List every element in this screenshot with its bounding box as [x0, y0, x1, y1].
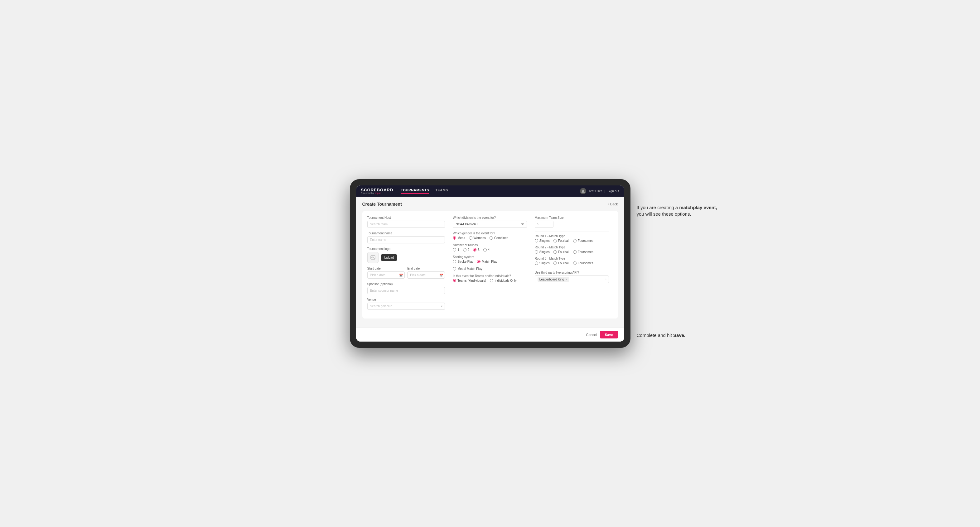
nav-teams[interactable]: TEAMS [435, 188, 448, 194]
api-label: Use third-party live scoring API? [535, 271, 609, 274]
tournament-host-label: Tournament Host [367, 216, 445, 219]
page-title: Create Tournament [362, 202, 402, 206]
round1-fourball[interactable]: Fourball [554, 239, 570, 243]
scoring-medal[interactable]: Medal Match Play [453, 267, 482, 270]
division-select[interactable]: NCAA Division I [453, 221, 527, 228]
user-name: Test User [589, 189, 602, 193]
start-date-input[interactable] [367, 271, 405, 279]
scoring-stroke[interactable]: Stroke Play [453, 260, 473, 264]
max-team-size-input[interactable] [535, 221, 554, 228]
round2-section: Round 2 - Match Type Singles Fourball [535, 246, 609, 254]
rounds-4[interactable]: 4 [483, 248, 490, 251]
divider-2 [535, 268, 609, 268]
brand-logo: SCOREBOARD Powered by clippit [361, 188, 393, 194]
signout-link[interactable]: Sign out [608, 189, 619, 193]
max-team-size-group: Maximum Team Size [535, 216, 609, 228]
logo-placeholder [367, 252, 379, 263]
round3-singles[interactable]: Singles [535, 262, 550, 265]
tournament-name-input[interactable] [367, 236, 445, 243]
round2-singles[interactable]: Singles [535, 250, 550, 254]
round1-singles[interactable]: Singles [535, 239, 550, 243]
sponsor-group: Sponsor (optional) [367, 283, 445, 294]
round3-foursomes[interactable]: Foursomes [573, 262, 593, 265]
start-date-group: Start date 📅 [367, 267, 405, 279]
user-avatar [580, 188, 586, 194]
scoring-group: Scoring system Stroke Play Match Play [453, 255, 527, 270]
svg-rect-1 [371, 256, 375, 259]
cancel-button[interactable]: Cancel [586, 333, 597, 337]
gender-group: Which gender is the event for? Mens Wome… [453, 232, 527, 240]
tablet-frame: SCOREBOARD Powered by clippit TOURNAMENT… [350, 179, 630, 348]
brand-sub: Powered by clippit [361, 192, 393, 194]
upload-button[interactable]: Upload [381, 254, 397, 261]
brand-title: SCOREBOARD [361, 188, 393, 192]
end-date-label: End date [407, 267, 445, 270]
round3-fourball[interactable]: Fourball [554, 262, 570, 265]
api-group: Use third-party live scoring API? Leader… [535, 271, 609, 283]
max-team-size-label: Maximum Team Size [535, 216, 609, 219]
form-col-left: Tournament Host Tournament name Tourname… [367, 216, 449, 314]
sponsor-input[interactable] [367, 287, 445, 294]
scoring-radio-group: Stroke Play Match Play Medal Match Play [453, 260, 527, 270]
rounds-radio-group: 1 2 3 [453, 248, 527, 251]
rounds-1[interactable]: 1 [453, 248, 459, 251]
venue-label: Venue [367, 298, 445, 302]
round2-radio-group: Singles Fourball Foursomes [535, 250, 609, 254]
rounds-3[interactable]: 3 [473, 248, 480, 251]
back-button[interactable]: ‹ Back [608, 202, 618, 206]
api-chevron-icon: › [605, 278, 606, 281]
end-date-wrap: 📅 [407, 271, 445, 279]
nav-right: Test User | Sign out [580, 188, 619, 194]
nav-tournaments[interactable]: TOURNAMENTS [401, 188, 429, 194]
start-date-label: Start date [367, 267, 405, 270]
gender-combined[interactable]: Combined [490, 236, 509, 240]
tournament-name-group: Tournament name [367, 232, 445, 243]
nav-links: TOURNAMENTS TEAMS [401, 188, 448, 194]
rounds-label: Number of rounds [453, 243, 527, 247]
save-button[interactable]: Save [600, 331, 618, 338]
rounds-group: Number of rounds 1 2 [453, 243, 527, 251]
logo-upload-area: Upload [367, 252, 445, 263]
tablet-screen: SCOREBOARD Powered by clippit TOURNAMENT… [356, 186, 624, 341]
api-tag: Leaderboard King × [538, 277, 570, 282]
round2-fourball[interactable]: Fourball [554, 250, 570, 254]
round3-section: Round 3 - Match Type Singles Fourball [535, 257, 609, 265]
scoring-match[interactable]: Match Play [477, 260, 497, 264]
api-select[interactable]: Leaderboard King × › [535, 276, 609, 283]
round1-section: Round 1 - Match Type Singles Fourball [535, 234, 609, 243]
teams-label: Is this event for Teams and/or Individua… [453, 274, 527, 278]
rounds-2[interactable]: 2 [463, 248, 469, 251]
gender-womens[interactable]: Womens [469, 236, 486, 240]
round3-label: Round 3 - Match Type [535, 257, 609, 260]
svg-point-0 [582, 190, 584, 191]
form-col-right: Maximum Team Size Round 1 - Match Type S… [531, 216, 613, 314]
scoring-label: Scoring system [453, 255, 527, 259]
end-date-input[interactable] [407, 271, 445, 279]
teams-teams[interactable]: Teams (+Individuals) [453, 279, 486, 283]
gender-mens[interactable]: Mens [453, 236, 465, 240]
api-tag-close[interactable]: × [565, 278, 567, 281]
round1-radio-group: Singles Fourball Foursomes [535, 239, 609, 243]
teams-individuals[interactable]: Individuals Only [490, 279, 517, 283]
round2-label: Round 2 - Match Type [535, 246, 609, 249]
tournament-name-label: Tournament name [367, 232, 445, 235]
nav-left: SCOREBOARD Powered by clippit TOURNAMENT… [361, 188, 449, 194]
page-header: Create Tournament ‹ Back [362, 202, 618, 206]
venue-input[interactable] [367, 303, 445, 310]
round2-foursomes[interactable]: Foursomes [573, 250, 593, 254]
tournament-host-input[interactable] [367, 221, 445, 228]
end-date-group: End date 📅 [407, 267, 445, 279]
bottom-bar: Cancel Save [356, 327, 624, 341]
venue-chevron-icon: ▼ [440, 305, 443, 308]
sponsor-label: Sponsor (optional) [367, 283, 445, 286]
round1-foursomes[interactable]: Foursomes [573, 239, 593, 243]
form-col-middle: Which division is the event for? NCAA Di… [449, 216, 531, 314]
venue-group: Venue ▼ [367, 298, 445, 310]
round1-label: Round 1 - Match Type [535, 234, 609, 238]
division-label: Which division is the event for? [453, 216, 527, 219]
annotation-bottom: Complete and hit Save. [637, 332, 718, 338]
api-tag-text: Leaderboard King [539, 278, 564, 281]
date-group: Start date 📅 End date [367, 267, 445, 279]
gender-label: Which gender is the event for? [453, 232, 527, 235]
gender-radio-group: Mens Womens Combined [453, 236, 527, 240]
